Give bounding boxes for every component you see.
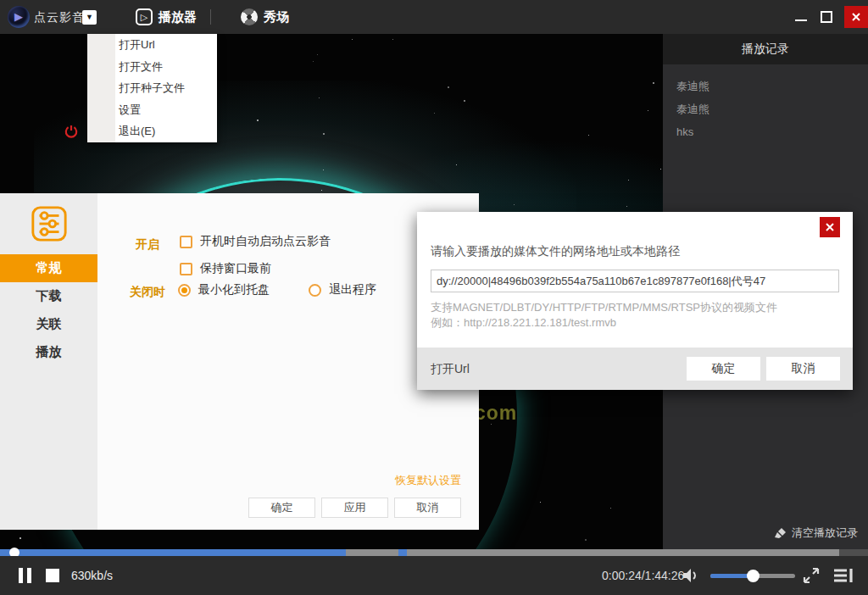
buffered-chunk: [398, 549, 407, 556]
url-input[interactable]: [431, 270, 839, 292]
open-url-dialog: 请输入要播放的媒体文件的网络地址或本地路径 支持MAGNET/DLBT/DY/H…: [417, 212, 853, 390]
settings-ok-button[interactable]: 确定: [248, 498, 315, 518]
minimize-icon: [795, 19, 807, 21]
pause-icon: [27, 568, 31, 583]
protocol-hint: 支持MAGNET/DLBT/DY/HTTP/FTP/RTMP/MMS/RTSP协…: [431, 300, 777, 315]
star: [352, 39, 353, 40]
minimize-to-tray-radio-row[interactable]: 最小化到托盘: [178, 282, 270, 298]
maximize-button[interactable]: [814, 5, 839, 29]
menu-item-open-torrent[interactable]: 打开种子文件: [87, 77, 217, 99]
playlist-icon: [832, 567, 854, 584]
volume-slider[interactable]: [710, 574, 795, 578]
dialog-footer: 打开Url 确定 取消: [417, 348, 853, 390]
app-window: com ▶ 点云影音 ▼ ▷ 播放器 秀场 播放记录 泰迪熊 泰迪熊 hks: [0, 0, 868, 595]
tab-player[interactable]: ▷ 播放器: [136, 0, 197, 34]
time-display: 0:00:24/1:44:26: [602, 569, 684, 582]
menu-item-open-file[interactable]: 打开文件: [87, 56, 217, 78]
restore-defaults-link[interactable]: 恢复默认设置: [395, 473, 461, 488]
on-close-section-label: 关闭时: [130, 285, 165, 300]
volume-thumb[interactable]: [747, 570, 760, 582]
star: [653, 82, 654, 84]
main-menu: 打开Url 打开文件 打开种子文件 设置 退出(E): [87, 34, 217, 142]
star: [392, 39, 393, 40]
mute-button[interactable]: [682, 567, 700, 584]
menu-item-exit[interactable]: 退出(E): [87, 120, 217, 142]
pause-button[interactable]: [19, 568, 31, 583]
radio-icon[interactable]: [309, 284, 321, 297]
dialog-title: 请输入要播放的媒体文件的网络地址或本地路径: [431, 244, 680, 259]
star: [540, 502, 541, 503]
star: [648, 110, 648, 111]
star: [313, 61, 314, 62]
list-item[interactable]: hks: [676, 120, 868, 143]
settings-tab-general[interactable]: 常规: [0, 254, 97, 282]
minimize-to-tray-label: 最小化到托盘: [198, 282, 270, 298]
menu-exit-label: 退出(E): [119, 125, 155, 137]
minimize-button[interactable]: [788, 5, 814, 29]
settings-icon-block: [0, 193, 97, 254]
fullscreen-button[interactable]: [802, 566, 821, 585]
star: [456, 164, 457, 165]
exit-program-label: 退出程序: [329, 282, 376, 298]
star: [626, 206, 627, 207]
star: [585, 539, 587, 541]
video-watermark: com: [475, 402, 517, 425]
dialog-ok-button[interactable]: 确定: [687, 357, 760, 381]
maximize-icon: [821, 11, 832, 23]
settings-panel: 常规 下载 关联 播放 开启 开机时自动启动点云影音 保持窗口最前 关闭时 最小…: [0, 193, 479, 530]
exit-program-radio-row[interactable]: 退出程序: [309, 282, 376, 298]
seek-bar[interactable]: [0, 549, 868, 556]
keep-on-top-label: 保持窗口最前: [200, 261, 271, 276]
star: [319, 97, 320, 98]
enable-section-label: 开启: [136, 237, 159, 253]
download-speed: 630kb/s: [71, 569, 113, 582]
checkbox-icon[interactable]: [180, 263, 192, 275]
list-item[interactable]: 泰迪熊: [676, 97, 868, 120]
star: [19, 537, 21, 539]
star: [317, 54, 318, 55]
list-item[interactable]: 泰迪熊: [676, 75, 868, 97]
settings-tab-download[interactable]: 下载: [0, 282, 97, 310]
settings-cancel-button[interactable]: 取消: [394, 498, 461, 518]
radio-selected-icon[interactable]: [178, 284, 191, 297]
autostart-label: 开机时自动启动点云影音: [200, 234, 331, 249]
dialog-close-button[interactable]: [820, 217, 840, 237]
window-controls: [788, 0, 868, 34]
playlist-toggle-button[interactable]: [832, 567, 854, 584]
star: [610, 508, 611, 509]
settings-nav: 常规 下载 关联 播放: [0, 193, 97, 530]
dialog-footer-label: 打开Url: [431, 362, 470, 377]
close-icon: [850, 11, 862, 23]
menu-item-settings[interactable]: 设置: [87, 99, 217, 121]
sliders-icon: [30, 204, 69, 243]
tab-divider: [210, 9, 211, 25]
dialog-cancel-button[interactable]: 取消: [766, 357, 840, 381]
app-logo-icon: ▶: [8, 6, 30, 28]
speaker-icon: [682, 567, 700, 584]
buffered-bar: [0, 549, 346, 556]
settings-tab-association[interactable]: 关联: [0, 310, 97, 338]
player-tab-label: 播放器: [159, 9, 197, 25]
track-tail: [839, 549, 868, 556]
main-menu-dropdown-icon[interactable]: ▼: [82, 10, 97, 25]
settings-apply-button[interactable]: 应用: [321, 498, 388, 518]
checkbox-icon[interactable]: [180, 236, 192, 248]
fullscreen-arrows-icon: [802, 566, 821, 585]
star: [257, 120, 259, 121]
star: [628, 180, 629, 181]
clear-history-label: 清空播放记录: [792, 525, 858, 541]
star: [321, 190, 322, 191]
play-history-title: 播放记录: [663, 34, 868, 64]
stop-button[interactable]: [46, 569, 59, 582]
tab-show[interactable]: 秀场: [241, 0, 289, 34]
autostart-checkbox-row[interactable]: 开机时自动启动点云影音: [180, 234, 331, 249]
titlebar: ▶ 点云影音 ▼ ▷ 播放器 秀场: [0, 0, 868, 34]
clear-history-button[interactable]: 清空播放记录: [774, 525, 858, 541]
player-tab-icon: ▷: [136, 8, 153, 25]
control-bar: 630kb/s 0:00:24/1:44:26: [0, 556, 868, 595]
settings-tab-playback[interactable]: 播放: [0, 338, 97, 366]
menu-item-open-url[interactable]: 打开Url: [87, 34, 217, 56]
broom-icon: [774, 527, 787, 540]
close-button[interactable]: [844, 6, 868, 28]
keep-on-top-checkbox-row[interactable]: 保持窗口最前: [180, 261, 271, 276]
